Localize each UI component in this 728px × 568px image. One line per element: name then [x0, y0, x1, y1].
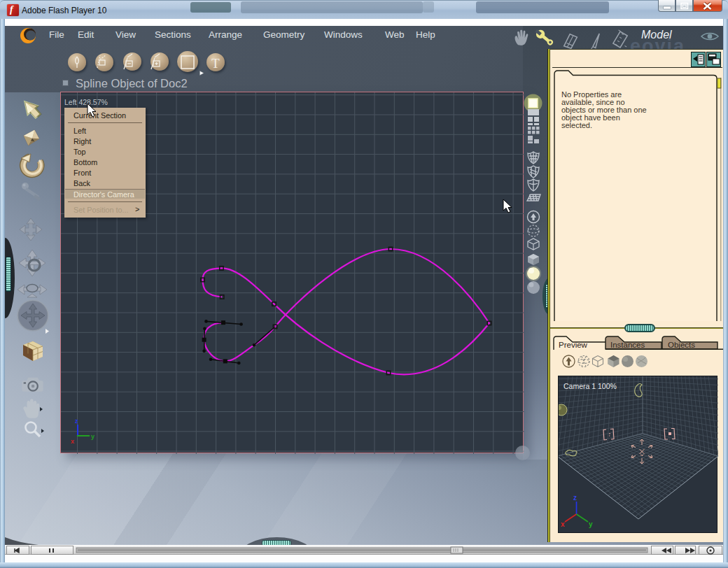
svg-text:z: z: [573, 494, 577, 502]
svg-text:T: T: [211, 56, 220, 71]
svg-text:y: y: [589, 520, 593, 528]
svg-text:z: z: [75, 418, 78, 425]
svg-text:x: x: [71, 438, 74, 445]
svg-text:y: y: [91, 433, 94, 440]
svg-text:x: x: [561, 520, 565, 528]
